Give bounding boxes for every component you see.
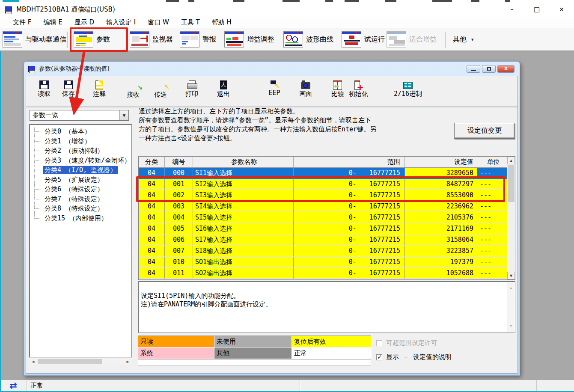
ptoolbar-button-floppy[interactable]: 保存 — [57, 80, 80, 98]
cell-set-value[interactable]: 1052688 — [405, 268, 477, 279]
close-button[interactable]: × — [549, 2, 574, 17]
tree-item-category-6[interactable]: 分类6 （特殊设定） — [30, 184, 131, 194]
child-restore-button[interactable] — [482, 65, 496, 73]
column-header-unit[interactable]: 单位 — [477, 157, 507, 167]
scroll-up-icon[interactable]: ▲ — [507, 284, 515, 292]
column-header-no[interactable]: 编号 — [165, 157, 193, 167]
cell-set-value[interactable]: 3223857 — [405, 246, 477, 257]
tree-item-category-9[interactable]: 分类15 （内部使用） — [30, 214, 131, 223]
table-row[interactable]: 04003SI4输入选择0-167772152236962--- — [139, 201, 507, 212]
cell-set-value[interactable]: 2105376 — [405, 212, 477, 223]
checkbox-row-1[interactable]: 显示 － 设定值的说明 — [376, 353, 452, 361]
ptoolbar-button-note[interactable]: 注释 — [87, 80, 111, 98]
toolbar-separator — [445, 32, 446, 48]
cell-set-value[interactable]: 2171169 — [405, 223, 477, 235]
combobox-dropdown-icon[interactable]: ▼ — [119, 110, 128, 120]
child-minimize-button[interactable] — [467, 65, 480, 73]
child-close-button[interactable]: X — [497, 65, 515, 73]
column-header-name[interactable]: 参数名称 — [193, 157, 294, 167]
toolbar-button-comm[interactable]: 与驱动器通信 — [3, 28, 66, 50]
cell-set-value[interactable]: 3289650 — [405, 168, 477, 179]
tree-scrollbar-thumb[interactable] — [38, 359, 102, 364]
toolbar-button-monitor[interactable]: 监视器 — [130, 28, 173, 50]
tree-item-category-1[interactable]: 分类1 （增益） — [30, 137, 131, 146]
checkbox-row-0[interactable]: 可超范围设定许可 — [376, 339, 437, 347]
scroll-left-icon[interactable]: ◄ — [29, 359, 37, 364]
ptoolbar-button-label: EEP — [262, 89, 286, 97]
ptoolbar-button-camera[interactable]: 画面 — [294, 80, 318, 98]
menu-item-w[interactable]: 窗口 W — [142, 17, 175, 28]
scroll-down-icon[interactable]: ▼ — [507, 272, 515, 279]
tree-item-category-4[interactable]: 分类4 （I/O, 监视器） — [30, 165, 131, 175]
cell-set-value[interactable]: 8553090 — [405, 190, 477, 201]
table-scrollbar-thumb[interactable] — [508, 165, 515, 202]
minimize-button[interactable]: – — [500, 2, 524, 17]
toolbar-button-label: 监视器 — [152, 35, 173, 44]
toolbar-button-params[interactable]: 参数 — [74, 28, 110, 50]
receive-icon — [128, 80, 138, 90]
menu-item-i[interactable]: 输入设定 I — [100, 17, 142, 28]
table-row[interactable]: 04006SI7输入选择0-167772153158064--- — [139, 235, 507, 246]
parameter-view-combobox[interactable]: 参数一览 ▼ — [30, 110, 129, 121]
table-row[interactable]: 04002SI3输入选择0-167772158553090--- — [139, 190, 507, 201]
cell-set-value[interactable]: 197379 — [405, 257, 477, 268]
column-header-val[interactable]: 设定值 — [405, 157, 477, 167]
description-scrollbar[interactable]: ▲ ▼ — [507, 282, 515, 332]
menu-item-t[interactable]: 工具 T — [175, 17, 206, 28]
scroll-right-icon[interactable]: ► — [124, 359, 132, 364]
tree-item-category-7[interactable]: 分类7 （特殊设定） — [30, 194, 131, 204]
cell-set-value[interactable]: 3158064 — [405, 235, 477, 246]
table-row[interactable]: 04007SI8输入选择0-167772153223857--- — [139, 246, 507, 257]
cell-unit: --- — [477, 268, 507, 279]
menu-item-e[interactable]: 编辑 E — [37, 17, 68, 28]
scroll-up-icon[interactable]: ▲ — [507, 157, 515, 164]
scroll-down-icon[interactable]: ▼ — [507, 322, 515, 330]
send-icon — [155, 80, 166, 90]
maximize-button[interactable]: □ — [524, 2, 549, 17]
ptoolbar-button-label: 退出 — [211, 90, 235, 98]
toolbar-button-trial[interactable]: 试运行 — [342, 28, 385, 50]
ptoolbar-button-eep[interactable]: EEP — [262, 80, 286, 97]
column-header-cat[interactable]: 分类 — [139, 157, 165, 167]
table-row[interactable]: 04001SI2输入选择0-167772158487297--- — [139, 179, 507, 190]
checkbox-icon[interactable] — [376, 354, 382, 360]
ptoolbar-button-floppy[interactable]: 读取 — [32, 80, 56, 98]
table-row[interactable]: 04011SO2输出选择0-167772151052688--- — [139, 268, 507, 279]
toolbar-button-alarm[interactable]: 警报 — [180, 28, 216, 50]
cell-param-name: SI4输入选择 — [193, 201, 294, 212]
cell-set-value[interactable]: 8487297 — [405, 179, 477, 190]
checkbox-icon[interactable] — [376, 340, 382, 346]
ptoolbar-button-hex[interactable]: 2/16进制 — [392, 80, 424, 98]
table-row[interactable]: 04010SO1输出选择0-16777215197379--- — [139, 257, 507, 268]
toolbar-button-label: 其他 — [453, 35, 467, 44]
toolbar-button-gain[interactable]: 增益调整 — [224, 28, 274, 50]
ptoolbar-button-receive[interactable]: 接收 — [121, 80, 145, 99]
toolbar-button-label: 试运行 — [364, 35, 385, 44]
menu-item-d[interactable]: 显示 D — [68, 17, 100, 28]
tree-item-category-3[interactable]: 分类3 （速度/转矩/全闭环） — [30, 156, 131, 166]
tree-item-category-5[interactable]: 分类5 （扩展设定） — [30, 175, 131, 185]
menu-item-f[interactable]: 文件 F — [7, 17, 37, 28]
ptoolbar-button-send[interactable]: 传送 — [149, 80, 172, 99]
ptoolbar-button-printer[interactable]: 打印 — [180, 80, 204, 98]
ptoolbar-button-exit[interactable]: 人退出 — [211, 80, 235, 98]
tree-item-category-2[interactable]: 分类2 （振动抑制） — [30, 146, 131, 156]
tree-item-category-0[interactable]: 分类0 （基本） — [30, 127, 131, 137]
cell-set-value[interactable]: 2236962 — [405, 201, 477, 212]
parameter-window-titlebar[interactable]: 参数(从驱动器中读取的值) X — [24, 62, 520, 76]
table-vertical-scrollbar[interactable]: ▲ ▼ — [507, 157, 515, 279]
menu-item-h[interactable]: 帮助 H — [206, 17, 238, 28]
table-row[interactable]: 04004SI5输入选择0-167772152105376--- — [139, 212, 507, 223]
table-row[interactable]: 04005SI6输入选择0-167772152171169--- — [139, 223, 507, 235]
tree-item-category-8[interactable]: 分类8 （特殊设定） — [30, 204, 131, 214]
tree-horizontal-scrollbar[interactable]: ◄ ► — [29, 357, 132, 365]
toolbar-button-wave[interactable]: 波形曲线 — [283, 28, 333, 50]
toolbar-button-label: 警报 — [202, 35, 216, 44]
table-row[interactable]: 04000SI1输入选择0-167772153289650--- — [139, 168, 507, 179]
toolbar-button-fit-gain[interactable]: 适合增益 — [387, 28, 437, 50]
change-setpoint-button[interactable]: 设定值变更 — [454, 123, 515, 139]
column-header-range[interactable]: 范围 — [294, 157, 405, 167]
toolbar-button-others[interactable]: 其他▾ — [453, 28, 474, 50]
main-toolbar: 与驱动器通信参数监视器警报增益调整波形曲线试运行适合增益其他▾ — [0, 28, 574, 51]
ptoolbar-button-init[interactable]: 初始化 — [346, 80, 370, 98]
